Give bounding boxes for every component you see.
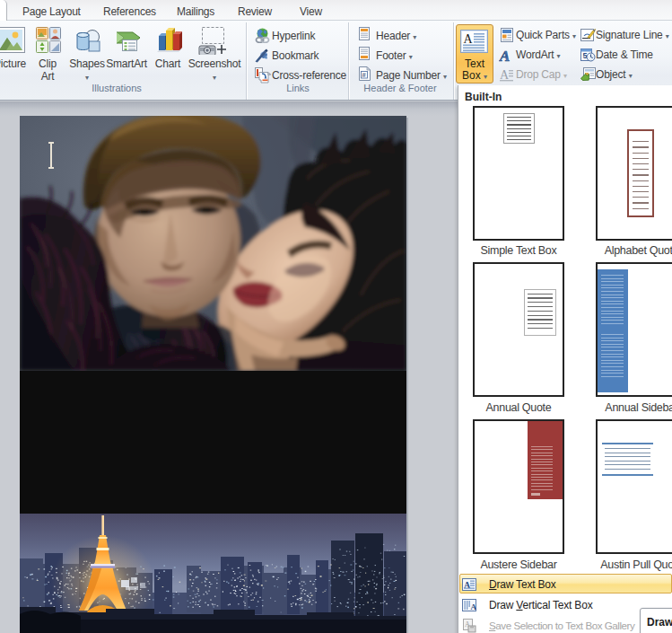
svg-text:A: A	[499, 48, 510, 62]
svg-text:A: A	[500, 68, 510, 82]
svg-text:A: A	[464, 32, 474, 46]
svg-text:A: A	[471, 602, 477, 611]
